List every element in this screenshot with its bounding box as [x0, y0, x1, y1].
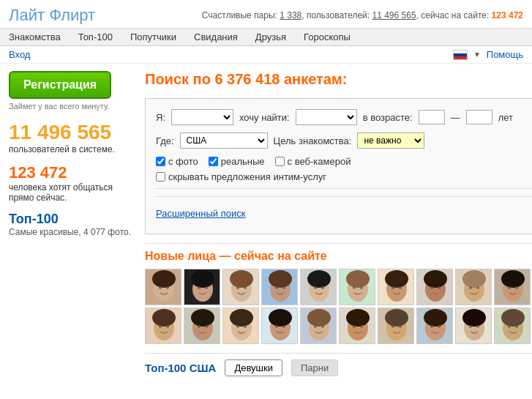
- online-stat-label: человека хотят общаться прямо сейчас.: [9, 182, 133, 203]
- face-thumb[interactable]: [416, 269, 453, 305]
- face-thumb[interactable]: [222, 269, 259, 305]
- svg-point-17: [269, 270, 292, 288]
- svg-point-84: [321, 325, 324, 328]
- checkbox-webcam[interactable]: [275, 157, 285, 166]
- content: Поиск по 6 376 418 анкетам: Я: Мужчина Ж…: [145, 71, 532, 376]
- face-thumb[interactable]: [300, 269, 337, 305]
- svg-point-68: [198, 325, 201, 328]
- flag-icon[interactable]: [453, 50, 468, 60]
- svg-point-72: [230, 309, 253, 327]
- face-thumb[interactable]: [494, 307, 531, 344]
- nav-top100[interactable]: Топ-100: [78, 31, 113, 42]
- face-thumb[interactable]: [145, 269, 181, 305]
- label-where: Где:: [156, 135, 174, 146]
- search-row-2: Где: США Россия Украина Цель знакомства:…: [156, 133, 532, 149]
- pairs-link[interactable]: 1 338: [280, 10, 301, 20]
- search-title: Поиск по 6 376 418 анкетам:: [145, 71, 532, 88]
- checkbox-photo[interactable]: [156, 157, 165, 166]
- purpose-select[interactable]: не важно дружба отношения: [357, 133, 424, 149]
- login-link[interactable]: Вход: [9, 49, 30, 60]
- svg-point-69: [205, 325, 208, 328]
- girls-button[interactable]: Девушки: [225, 359, 282, 376]
- face-thumb[interactable]: [184, 307, 220, 344]
- nav-druzya[interactable]: Друзья: [255, 31, 286, 42]
- svg-point-18: [275, 286, 278, 289]
- face-thumb[interactable]: [339, 307, 375, 344]
- checkbox-photo-label[interactable]: с фото: [156, 156, 198, 167]
- faces-grid: [145, 269, 532, 344]
- online-stat-number: 123 472: [9, 163, 133, 182]
- checkbox-real-label[interactable]: реальные: [209, 156, 265, 167]
- guys-button[interactable]: Парни: [291, 359, 338, 376]
- register-button[interactable]: Регистрация: [9, 71, 111, 99]
- face-thumb[interactable]: [261, 307, 298, 344]
- users-link[interactable]: 11 496 565: [372, 10, 416, 20]
- face-thumb[interactable]: [416, 307, 453, 344]
- new-faces-title: Новые лица — сейчас на сайте: [145, 250, 532, 263]
- svg-point-9: [205, 286, 208, 289]
- online-prefix: сейчас на сайте:: [421, 10, 489, 20]
- search-actions: Расширенный поиск Найти: [156, 196, 532, 223]
- face-thumb[interactable]: [222, 307, 259, 344]
- country-select[interactable]: США Россия Украина: [180, 133, 268, 149]
- svg-point-63: [159, 325, 162, 328]
- advanced-search-link[interactable]: Расширенный поиск: [156, 208, 245, 219]
- faces-divider: [145, 353, 532, 354]
- checkbox-real-text: реальные: [221, 156, 265, 167]
- checkbox-webcam-label[interactable]: с веб-камерой: [275, 156, 351, 167]
- age-from-input[interactable]: [419, 110, 445, 124]
- logo: Лайт Флирт: [9, 6, 95, 25]
- nav-poputchiki[interactable]: Попутчики: [130, 31, 176, 42]
- face-thumb[interactable]: [455, 307, 492, 344]
- nav-znakomstva[interactable]: Знакомства: [9, 31, 61, 42]
- svg-point-79: [282, 325, 285, 328]
- face-thumb[interactable]: [494, 269, 531, 305]
- svg-point-77: [269, 309, 292, 327]
- checkbox-real[interactable]: [209, 157, 218, 166]
- svg-point-27: [346, 270, 370, 288]
- top100-sidebar-link[interactable]: Топ-100: [9, 212, 59, 226]
- find-gender-select[interactable]: Женщину Мужчину: [296, 109, 357, 125]
- label-age: в возрасте:: [363, 112, 413, 123]
- face-thumb[interactable]: [184, 269, 220, 305]
- svg-point-74: [244, 325, 247, 328]
- help-link[interactable]: Помощь: [487, 49, 523, 60]
- main-layout: Регистрация Займет у вас всего минуту. 1…: [0, 64, 532, 384]
- top100-usa-link[interactable]: Топ-100 США: [145, 362, 216, 374]
- face-thumb[interactable]: [378, 269, 414, 305]
- users-prefix: пользователей:: [307, 10, 370, 20]
- face-thumb[interactable]: [378, 307, 414, 344]
- svg-point-62: [152, 309, 176, 327]
- svg-point-73: [236, 325, 239, 328]
- svg-point-12: [230, 270, 253, 288]
- face-thumb[interactable]: [145, 307, 181, 344]
- svg-point-78: [275, 325, 278, 328]
- svg-point-48: [508, 286, 511, 289]
- age-to-input[interactable]: [466, 110, 492, 124]
- svg-point-82: [307, 309, 331, 327]
- svg-point-47: [501, 270, 525, 288]
- flag-dropdown-icon[interactable]: ▼: [473, 51, 481, 59]
- checkbox-webcam-text: с веб-камерой: [288, 156, 351, 167]
- checkbox-hide[interactable]: [156, 172, 165, 182]
- face-thumb[interactable]: [300, 307, 337, 344]
- main-nav: Знакомства Топ-100 Попутчики Свидания Др…: [0, 29, 532, 46]
- face-thumb[interactable]: [261, 269, 298, 305]
- checkbox-row-2: скрывать предложения интим-услуг: [156, 171, 532, 182]
- svg-point-87: [346, 309, 370, 327]
- svg-point-29: [360, 286, 363, 289]
- nav-svidaniya[interactable]: Свидания: [194, 31, 238, 42]
- checkbox-hide-label[interactable]: скрывать предложения интим-услуг: [156, 171, 326, 182]
- svg-point-108: [508, 325, 511, 328]
- svg-point-83: [314, 325, 317, 328]
- face-thumb[interactable]: [339, 269, 375, 305]
- svg-point-49: [515, 286, 518, 289]
- nav-goroskopy[interactable]: Гороскопы: [304, 31, 351, 42]
- face-thumb[interactable]: [455, 269, 492, 305]
- top100-desc: Самые красивые, 4 077 фото.: [9, 227, 133, 237]
- svg-point-7: [191, 270, 214, 288]
- svg-point-34: [399, 286, 402, 289]
- gender-select[interactable]: Мужчина Женщина: [171, 109, 233, 125]
- svg-point-107: [501, 309, 525, 327]
- reg-subtitle: Займет у вас всего минуту.: [9, 102, 133, 111]
